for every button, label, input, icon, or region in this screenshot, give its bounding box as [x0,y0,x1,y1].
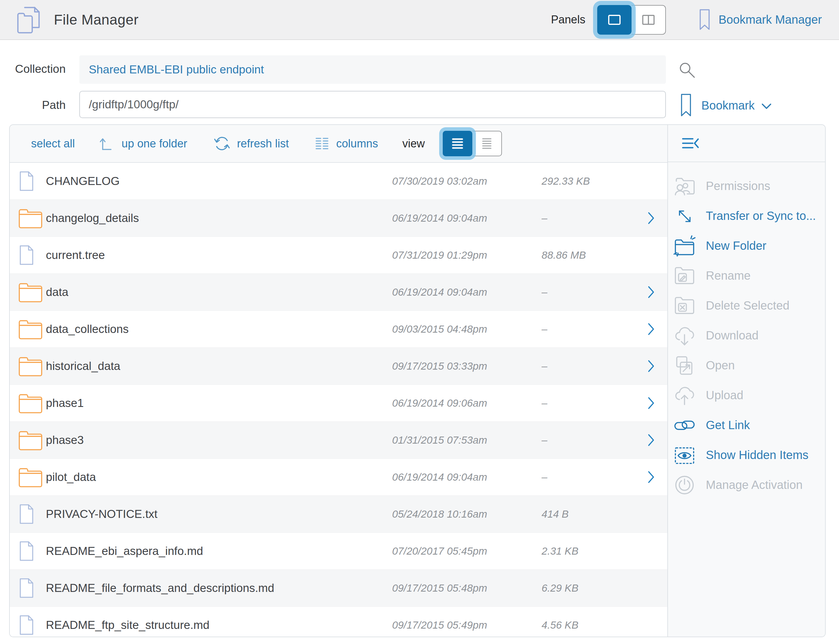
file-size: 2.31 KB [542,545,645,557]
sidebar-header [668,125,825,162]
sidebar-item-show-hidden[interactable]: Show Hidden Items [668,440,825,470]
last-modified: 09/17/2015 05:48pm [392,582,542,594]
folder-icon [18,355,46,377]
file-rows: CHANGELOG07/30/2019 03:02am292.33 KBchan… [10,163,667,637]
columns-button[interactable]: columns [315,137,378,150]
file-row[interactable]: phase301/31/2015 07:53am– [10,422,667,459]
refresh-list-label: refresh list [237,137,289,150]
list-toolbar: select all up one folder refresh list [10,125,667,163]
file-row[interactable]: data06/19/2014 09:04am– [10,274,667,311]
file-name: data_collections [46,323,392,336]
up-one-folder-button[interactable]: up one folder [99,136,187,151]
open-folder-chevron-icon[interactable] [645,286,667,299]
open-folder-chevron-icon[interactable] [645,212,667,225]
sidebar-item-label: New Folder [706,239,767,253]
last-modified: 06/19/2014 09:04am [392,212,542,224]
view-label: view [402,137,425,150]
sidebar-item-manage-activation: Manage Activation [668,470,825,500]
last-modified: 07/20/2017 05:45pm [392,545,542,557]
file-size: – [542,212,645,224]
file-row[interactable]: pilot_data06/19/2014 09:04am– [10,459,667,496]
download-icon [672,323,698,348]
file-name: PRIVACY-NOTICE.txt [46,508,392,521]
sidebar-item-label: Delete Selected [706,299,789,312]
bookmark-icon [698,8,711,31]
file-name: data [46,286,392,299]
open-folder-chevron-icon[interactable] [645,471,667,484]
endpoint-panel: Collection Shared EMBL-EBI public endpoi… [0,40,839,124]
file-name: phase3 [46,434,392,447]
file-row[interactable]: current.tree07/31/2019 01:29pm88.86 MB [10,237,667,274]
search-icon[interactable] [677,60,697,80]
sidebar-item-label: Transfer or Sync to... [706,209,816,223]
sidebar-item-open: Open [668,350,825,380]
file-size: 292.33 KB [542,175,645,187]
page-title: File Manager [54,12,138,28]
sidebar-item-label: Rename [706,269,750,283]
file-size: – [542,434,645,446]
dual-panel-icon [641,14,656,26]
chevron-down-icon [761,103,772,110]
view-toggle [443,131,502,156]
collection-label: Collection [0,62,66,76]
file-row[interactable]: README_ebi_aspera_info.md07/20/2017 05:4… [10,533,667,570]
select-all-label: select all [31,137,75,150]
single-panel-icon [607,14,622,26]
file-row[interactable]: phase106/19/2014 09:06am– [10,385,667,422]
file-manager-logo-icon [15,5,45,34]
sidebar-item-new-folder[interactable]: New Folder [668,231,825,261]
sidebar-item-label: Download [706,329,759,342]
refresh-list-button[interactable]: refresh list [213,135,289,152]
file-row[interactable]: PRIVACY-NOTICE.txt05/24/2018 10:16am414 … [10,496,667,533]
sidebar-item-transfer[interactable]: Transfer or Sync to... [668,201,825,231]
folder-icon [18,392,46,414]
file-row[interactable]: historical_data09/17/2015 03:33pm– [10,348,667,385]
file-row[interactable]: README_ftp_site_structure.md09/17/2015 0… [10,607,667,637]
single-panel-toggle-button[interactable] [597,5,632,34]
bookmark-manager-button[interactable]: Bookmark Manager [698,8,822,31]
sidebar-menu: PermissionsTransfer or Sync to...New Fol… [668,162,825,500]
sidebar-item-permissions: Permissions [668,171,825,201]
file-browser-panel: select all up one folder refresh list [9,124,826,637]
file-name: changelog_details [46,212,392,225]
collapse-sidebar-icon[interactable] [681,137,700,150]
sidebar-item-label: Get Link [706,419,750,432]
file-row[interactable]: data_collections09/03/2015 04:48pm– [10,311,667,348]
open-folder-chevron-icon[interactable] [645,360,667,373]
sidebar-item-upload: Upload [668,380,825,410]
last-modified: 06/19/2014 09:06am [392,397,542,409]
new-folder-icon [672,233,698,259]
bookmark-button[interactable]: Bookmark [680,93,772,118]
folder-icon [18,466,46,488]
file-size: – [542,323,645,335]
collection-field[interactable]: Shared EMBL-EBI public endpoint [79,55,666,84]
file-name: CHANGELOG [46,175,392,187]
file-row[interactable]: CHANGELOG07/30/2019 03:02am292.33 KB [10,163,667,200]
last-modified: 07/31/2019 01:29pm [392,249,542,261]
sidebar-item-delete: Delete Selected [668,291,825,320]
open-folder-chevron-icon[interactable] [645,323,667,336]
sidebar-item-label: Show Hidden Items [706,449,808,462]
bookmark-manager-label: Bookmark Manager [719,13,822,26]
list-view-toggle-button[interactable] [443,131,472,156]
file-icon [18,615,46,636]
last-modified: 09/17/2015 05:49pm [392,619,542,631]
up-one-folder-icon [99,136,115,151]
file-name: current.tree [46,249,392,261]
detail-view-toggle-button[interactable] [472,131,502,156]
sidebar-item-get-link[interactable]: Get Link [668,410,825,440]
file-name: README_ftp_site_structure.md [46,619,392,632]
open-folder-chevron-icon[interactable] [645,397,667,410]
path-input[interactable] [79,91,666,118]
file-size: – [542,471,645,483]
dual-panel-toggle-button[interactable] [632,5,666,34]
upload-icon [672,383,698,408]
file-row[interactable]: changelog_details06/19/2014 09:04am– [10,200,667,237]
sidebar-item-label: Manage Activation [706,478,803,491]
open-folder-chevron-icon[interactable] [645,434,667,447]
file-row[interactable]: README_file_formats_and_descriptions.md0… [10,570,667,607]
file-icon [18,578,46,598]
file-name: README_ebi_aspera_info.md [46,545,392,558]
refresh-icon [213,135,230,152]
select-all-button[interactable]: select all [31,137,75,150]
